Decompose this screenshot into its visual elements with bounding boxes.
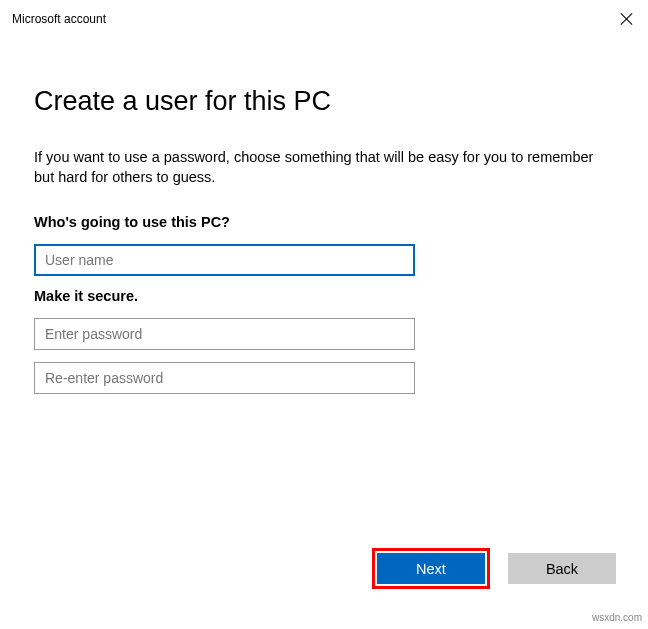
content-area: Create a user for this PC If you want to… [0,30,648,394]
close-icon[interactable] [620,12,634,26]
username-input[interactable] [34,244,415,276]
window-title: Microsoft account [12,12,106,26]
titlebar: Microsoft account [0,0,648,30]
page-title: Create a user for this PC [34,86,614,117]
watermark: wsxdn.com [592,612,642,623]
button-bar: Next Back [372,548,616,589]
next-button[interactable]: Next [377,553,485,584]
next-button-highlight: Next [372,548,490,589]
password-input[interactable] [34,318,415,350]
back-button[interactable]: Back [508,553,616,584]
page-description: If you want to use a password, choose so… [34,147,614,188]
username-section-label: Who's going to use this PC? [34,214,614,230]
password-section-label: Make it secure. [34,288,614,304]
password-confirm-input[interactable] [34,362,415,394]
